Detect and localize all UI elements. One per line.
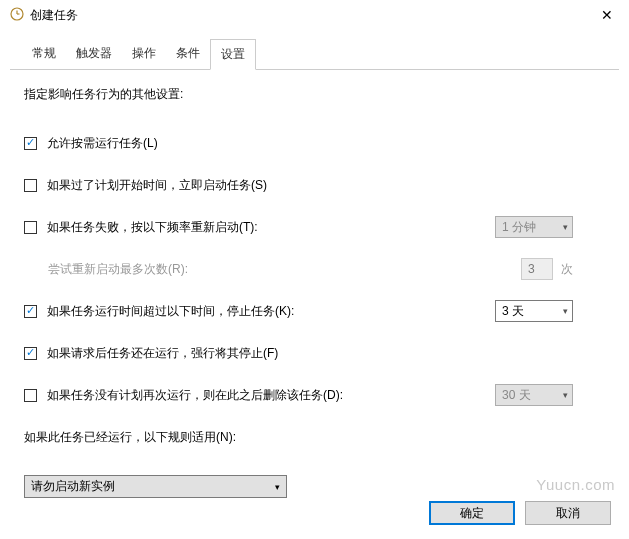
- settings-description: 指定影响任务行为的其他设置:: [24, 86, 605, 103]
- label-restart-on-fail: 如果任务失败，按以下频率重新启动(T):: [47, 219, 258, 236]
- combo-stop-duration-value: 3 天: [502, 303, 524, 320]
- checkbox-allow-on-demand[interactable]: [24, 137, 37, 150]
- footer-buttons: 确定 取消: [429, 501, 611, 525]
- combo-stop-duration[interactable]: 3 天 ▾: [495, 300, 573, 322]
- label-stop-if-long: 如果任务运行时间超过以下时间，停止任务(K):: [47, 303, 294, 320]
- tab-triggers[interactable]: 触发器: [66, 39, 122, 70]
- cancel-button[interactable]: 取消: [525, 501, 611, 525]
- chevron-down-icon: ▾: [563, 390, 568, 400]
- clock-icon: [10, 7, 24, 24]
- label-allow-on-demand: 允许按需运行任务(L): [47, 135, 158, 152]
- close-icon: ✕: [601, 7, 613, 23]
- chevron-down-icon: ▾: [563, 222, 568, 232]
- tab-settings[interactable]: 设置: [210, 39, 256, 70]
- label-force-stop: 如果请求后任务还在运行，强行将其停止(F): [47, 345, 278, 362]
- label-delete-if-not-scheduled: 如果任务没有计划再次运行，则在此之后删除该任务(D):: [47, 387, 343, 404]
- tab-bar: 常规 触发器 操作 条件 设置: [10, 30, 619, 70]
- tab-actions[interactable]: 操作: [122, 39, 166, 70]
- label-run-asap: 如果过了计划开始时间，立即启动任务(S): [47, 177, 267, 194]
- combo-delete-after-value: 30 天: [502, 387, 531, 404]
- label-retry-count: 尝试重新启动最多次数(R):: [48, 261, 188, 278]
- window-title: 创建任务: [30, 7, 78, 24]
- titlebar: 创建任务 ✕: [0, 0, 629, 30]
- label-if-running: 如果此任务已经运行，以下规则适用(N):: [24, 429, 236, 446]
- checkbox-run-asap[interactable]: [24, 179, 37, 192]
- combo-delete-after: 30 天 ▾: [495, 384, 573, 406]
- checkbox-restart-on-fail[interactable]: [24, 221, 37, 234]
- combo-restart-interval-value: 1 分钟: [502, 219, 536, 236]
- combo-running-rule[interactable]: 请勿启动新实例 ▾: [24, 475, 287, 498]
- tab-conditions[interactable]: 条件: [166, 39, 210, 70]
- combo-restart-interval: 1 分钟 ▾: [495, 216, 573, 238]
- label-retry-suffix: 次: [561, 261, 573, 278]
- watermark-text: Yuucn.com: [536, 476, 615, 493]
- checkbox-stop-if-long[interactable]: [24, 305, 37, 318]
- chevron-down-icon: ▾: [563, 306, 568, 316]
- checkbox-delete-if-not-scheduled[interactable]: [24, 389, 37, 402]
- content-panel: 指定影响任务行为的其他设置: 允许按需运行任务(L) 如果过了计划开始时间，立即…: [0, 70, 629, 508]
- tab-general[interactable]: 常规: [22, 39, 66, 70]
- combo-running-rule-value: 请勿启动新实例: [31, 478, 115, 495]
- close-button[interactable]: ✕: [584, 0, 629, 30]
- ok-button[interactable]: 确定: [429, 501, 515, 525]
- checkbox-force-stop[interactable]: [24, 347, 37, 360]
- chevron-down-icon: ▾: [275, 482, 280, 492]
- input-retry-count: 3: [521, 258, 553, 280]
